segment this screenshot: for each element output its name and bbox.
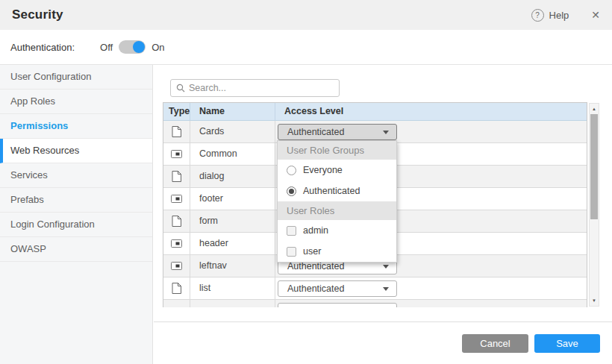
search-icon bbox=[176, 84, 185, 92]
caret-down-icon bbox=[383, 265, 389, 269]
titlebar: Security ? Help ✕ bbox=[0, 0, 612, 30]
column-header-name: Name bbox=[190, 103, 275, 120]
page-icon bbox=[172, 171, 181, 182]
resource-type-cell bbox=[163, 300, 190, 307]
menu-option-everyone[interactable]: Everyone bbox=[278, 160, 396, 181]
resource-name: header bbox=[190, 233, 275, 254]
checkbox-unchecked-icon bbox=[287, 226, 296, 236]
scrollbar-thumb[interactable] bbox=[590, 114, 598, 219]
access-level-dropdown[interactable] bbox=[278, 303, 397, 308]
checkbox-unchecked-icon bbox=[287, 247, 296, 257]
resource-name bbox=[190, 300, 275, 307]
toggle-knob bbox=[133, 41, 145, 53]
help-link[interactable]: Help bbox=[549, 10, 569, 21]
titlebar-actions: ? Help ✕ bbox=[531, 0, 600, 30]
sidebar-item-login-configuration[interactable]: Login Configuration bbox=[0, 213, 152, 237]
resource-type-cell bbox=[163, 166, 190, 187]
menu-option-authenticated[interactable]: Authenticated bbox=[278, 181, 396, 201]
menu-group-user-role-groups: User Role Groups bbox=[278, 141, 396, 160]
menu-option-user[interactable]: user bbox=[278, 241, 396, 262]
authentication-bar: Authentication: Off On bbox=[0, 30, 612, 65]
access-level-dropdown[interactable]: Authenticated bbox=[278, 280, 397, 297]
resource-name: dialog bbox=[190, 166, 275, 187]
resource-name: leftnav bbox=[190, 255, 275, 277]
resource-name: Common bbox=[190, 143, 275, 165]
sidebar-item-web-resources[interactable]: Web Resources bbox=[0, 139, 152, 163]
radio-unchecked-icon bbox=[287, 166, 296, 175]
partial-icon bbox=[171, 239, 182, 248]
sidebar-item-permissions[interactable]: Permissions bbox=[0, 114, 152, 139]
table-row-clipped bbox=[163, 300, 587, 307]
access-level-dropdown[interactable]: Authenticated bbox=[278, 124, 397, 140]
cancel-button[interactable]: Cancel bbox=[462, 334, 528, 353]
sidebar-item-prefabs[interactable]: Prefabs bbox=[0, 188, 152, 213]
option-label: Everyone bbox=[303, 165, 343, 175]
toggle-on-label: On bbox=[152, 42, 164, 53]
resource-name: form bbox=[190, 210, 275, 232]
sidebar-item-services[interactable]: Services bbox=[0, 163, 152, 188]
page-icon bbox=[172, 126, 181, 137]
partial-icon bbox=[171, 195, 182, 203]
sidebar: User Configuration App Roles Permissions… bbox=[0, 65, 153, 364]
table-row: list Authenticated bbox=[163, 277, 587, 300]
resource-type-cell bbox=[163, 255, 190, 277]
access-level-value: Authenticated bbox=[278, 281, 396, 296]
sidebar-item-owasp[interactable]: OWASP bbox=[0, 237, 152, 262]
column-header-access-level: Access Level bbox=[275, 103, 587, 120]
authentication-label: Authentication: bbox=[10, 42, 75, 53]
resource-type-cell bbox=[163, 121, 190, 142]
page-icon bbox=[172, 216, 181, 227]
sidebar-item-app-roles[interactable]: App Roles bbox=[0, 90, 152, 114]
resource-type-cell bbox=[163, 277, 190, 299]
save-button[interactable]: Save bbox=[534, 334, 600, 353]
page-icon bbox=[172, 283, 181, 294]
scroll-down-icon[interactable]: ▼ bbox=[590, 296, 599, 305]
resource-name: footer bbox=[190, 188, 275, 210]
radio-checked-icon bbox=[287, 186, 296, 196]
access-level-menu: User Role Groups Everyone Authenticated … bbox=[277, 140, 397, 263]
column-header-type: Type bbox=[163, 103, 190, 120]
caret-down-icon bbox=[383, 287, 389, 291]
table-scrollbar[interactable]: ▲ ▼ bbox=[589, 103, 599, 307]
resource-name: list bbox=[190, 277, 275, 299]
sidebar-item-user-configuration[interactable]: User Configuration bbox=[0, 65, 152, 90]
menu-option-admin[interactable]: admin bbox=[278, 220, 396, 241]
option-label: admin bbox=[303, 225, 328, 236]
table-header: Type Name Access Level bbox=[163, 103, 587, 121]
resource-type-cell bbox=[163, 210, 190, 232]
partial-icon bbox=[171, 150, 182, 158]
menu-group-user-roles: User Roles bbox=[278, 201, 396, 220]
page-title: Security bbox=[12, 7, 63, 22]
toggle-off-label: Off bbox=[100, 42, 113, 53]
help-icon[interactable]: ? bbox=[531, 9, 544, 22]
scroll-up-icon[interactable]: ▲ bbox=[590, 104, 599, 113]
resource-type-cell bbox=[163, 143, 190, 165]
option-label: user bbox=[303, 246, 321, 257]
partial-icon bbox=[171, 262, 182, 270]
close-icon[interactable]: ✕ bbox=[591, 9, 600, 21]
search-box bbox=[170, 79, 340, 97]
resource-type-cell bbox=[163, 188, 190, 210]
main-content: Type Name Access Level Cards Authenticat… bbox=[154, 65, 612, 364]
option-label: Authenticated bbox=[303, 186, 360, 196]
footer-divider bbox=[154, 321, 612, 322]
resource-type-cell bbox=[163, 233, 190, 254]
access-level-value: Authenticated bbox=[278, 125, 396, 139]
resource-name: Cards bbox=[190, 121, 275, 142]
search-input[interactable] bbox=[189, 83, 339, 93]
caret-down-icon bbox=[383, 131, 389, 134]
authentication-toggle[interactable] bbox=[119, 40, 146, 54]
